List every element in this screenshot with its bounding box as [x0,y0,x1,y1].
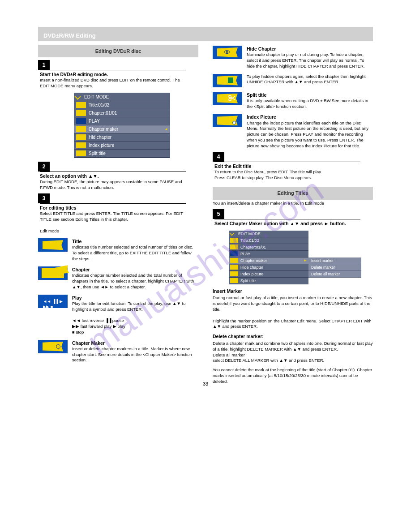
step-3-text: Select EDIT TITLE and press ENTER. The T… [40,211,186,234]
menu2-header: EDIT MODE [238,232,261,236]
selected-arrow-icon: ◄ [164,127,168,131]
step-4-text: To return to the Disc Menu, press EDIT. … [214,169,360,181]
insert-text: During normal or fast play of a title, y… [213,295,373,330]
play-icon [76,118,86,124]
icon-index-text: Change the index picture that identifies… [247,120,373,149]
edit-mode-menu-2: EDIT MODE Title:01/02 Chapter:01/01 PLAY… [229,231,373,284]
step-1-num: 1 [38,60,50,70]
icon-play-head: Play [72,295,198,301]
menu1-item-0: Title:01/02 [89,103,109,107]
chapter-maker-flag-icon [38,340,68,353]
icon-index-head: Index Picture [247,114,373,120]
left-column: Editing DVD±R disc 1 Start the DVD±R edi… [38,45,198,385]
icon-chapter-text: Indicates chapter number selected and th… [72,273,198,290]
menu2-item-5: Index picture [240,272,264,276]
icon-hide-head: Hide Chapter [247,46,373,52]
m2-title-icon [230,238,238,243]
delete-head: Delete chapter marker: [213,334,264,339]
menu1-item-4: Hid chapter [89,135,111,140]
step-5-num: 5 [213,209,224,219]
chapter-maker-icon [76,126,86,132]
icon-split-head: Split title [247,92,373,98]
page-title: DVD±R/RW Editing [38,27,373,39]
menu2-item-6: Split title [240,279,256,283]
m2-cm-icon [230,258,238,263]
delete-text: Delete a chapter mark and combine two ch… [213,341,373,364]
step-1-text: Insert a non-finalized DVD disc and pres… [40,77,186,89]
icon-cm-text: Insert or delete chapter markers in a ti… [72,346,198,363]
edit-mode-menu-1: EDIT MODE Title:01/02 Chapter:01/01 PLAY… [74,93,170,158]
hide-chapter-icon [76,134,86,140]
icon-title-text: Indicates title number selected and tota… [72,245,198,262]
icon-split-text: It is only available when editing a DVD … [247,98,373,110]
play-controls-icon: ◄◄▐▐▶▶▶ ■ [38,295,68,308]
menu1-item-3: Chapter maker [89,127,118,132]
insert-head: Insert Marker [213,288,242,294]
menu-open-icon [75,93,81,99]
title-bar: DVD±R/RW Editing [38,27,373,41]
menu2-item-0: Title:01/02 [240,238,259,243]
title-icon [76,102,86,108]
step-2-text: During EDIT MODE, the picture may appear… [40,179,186,191]
title-flag-icon [38,238,68,252]
submenu-item-2: Delete all marker [308,271,361,278]
svg-point-0 [229,95,231,97]
step-2-head: Select an option with ▲▼. [40,173,186,179]
step-2-num: 2 [38,162,50,172]
m2-chapter-icon [230,245,238,249]
right-column: Hide Chapter Nominate chapter to play or… [213,45,373,385]
index-picture-flag-icon [213,114,242,127]
step-1-head: Start the DVD±R editing mode. [40,71,186,77]
note-text: You cannot delete the mark at the beginn… [213,367,373,384]
unhide-chapter-flag-icon [213,74,242,87]
submenu-item-0: Insert marker [308,257,361,264]
submenu-item-1: Delete marker [308,264,361,271]
menu1-item-2: PLAY [89,119,100,124]
index-picture-icon [76,142,86,148]
step-3-num: 3 [38,193,50,203]
right-subheader-text: You an insert/delete a chapter maker in … [213,201,373,206]
icon-title-head: Title [72,238,198,245]
m2-arrow-icon: ► [304,258,307,262]
svg-point-1 [229,98,231,100]
step-4-num: 4 [213,152,224,162]
menu1-header: EDIT MODE [84,94,109,99]
icon-cm-head: Chapter Maker [72,340,198,346]
menu2-open-icon [229,231,234,236]
menu2-item-3: Chapter maker [240,258,267,263]
split-title-icon [76,150,86,156]
right-subheader: Editing Titles [213,187,373,199]
menu1-item-1: Chapter:01/01 [89,111,117,116]
step-3-head: For editing titles [40,205,186,211]
step-4-head: Exit the Edit title [214,163,360,169]
chapter-icon [76,110,86,116]
menu1-item-5: Index picture [89,143,114,148]
icon-chapter-head: Chapter [72,266,198,273]
menu2-item-2: PLAY [240,252,250,256]
split-title-flag-icon [213,92,242,105]
menu1-item-6: Split title [89,151,106,156]
icon-unhide-text: To play hidden chapters again, select th… [247,74,373,86]
m2-split-icon [230,278,238,283]
m2-play-icon [230,251,238,256]
menu2-item-1: Chapter:01/01 [240,245,266,249]
hide-chapter-flag-icon [213,46,242,59]
menu2-item-4: Hide chapter [240,265,263,270]
icon-hide-text: Nominate chapter to play or not during p… [247,52,373,69]
m2-hide-icon [230,265,238,270]
icon-play-text: Play the title for edit function. To con… [72,301,198,335]
step-5-head: Select Chapter Maker option with ▲▼ and … [214,220,360,227]
left-subheader: Editing DVD±R disc [38,45,198,57]
chapter-flag-icon [38,266,68,280]
page-number: 33 [203,381,208,386]
scissors-icon [228,95,236,101]
m2-index-icon [230,271,238,276]
